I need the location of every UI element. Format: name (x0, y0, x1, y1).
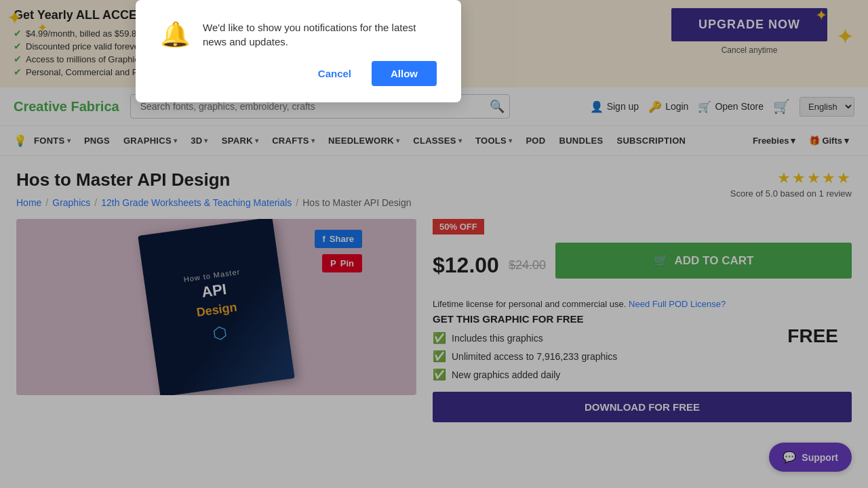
modal-overlay: 🔔 We'd like to show you notifications fo… (0, 0, 868, 488)
notification-modal: 🔔 We'd like to show you notifications fo… (136, 0, 461, 102)
notification-message: We'd like to show you notifications for … (203, 20, 437, 49)
bell-icon: 🔔 (160, 20, 191, 49)
modal-header: 🔔 We'd like to show you notifications fo… (160, 20, 437, 49)
notification-cancel-button[interactable]: Cancel (307, 61, 362, 86)
modal-actions: Cancel Allow (160, 61, 437, 86)
notification-allow-button[interactable]: Allow (372, 61, 437, 86)
